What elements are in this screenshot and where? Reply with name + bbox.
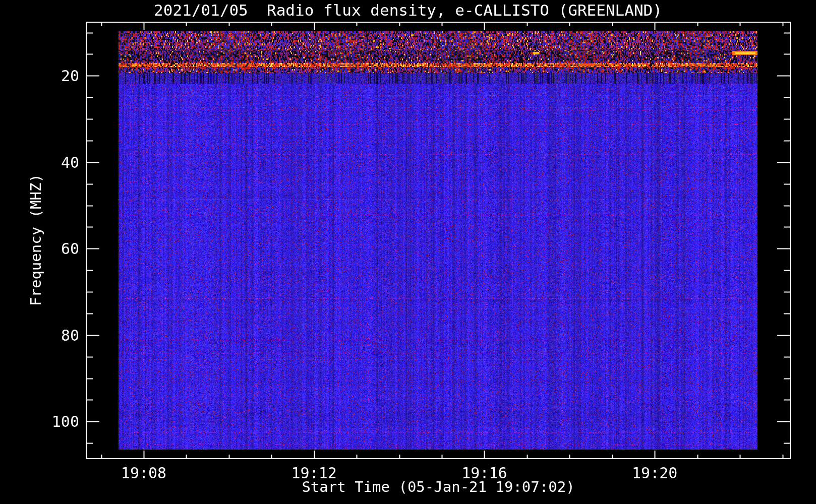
y-tick-label: 40 [0, 153, 79, 171]
x-tick-label: 19:08 [121, 464, 166, 482]
spectrogram-canvas [0, 0, 816, 504]
y-tick-label: 60 [0, 240, 79, 258]
x-tick-label: 19:12 [292, 464, 337, 482]
x-tick-label: 19:16 [461, 464, 507, 482]
spectrogram-figure: 2021/01/05 Radio flux density, e-CALLIST… [0, 0, 816, 504]
chart-title: 2021/01/05 Radio flux density, e-CALLIST… [0, 1, 816, 19]
y-tick-label: 20 [0, 67, 79, 85]
y-tick-label: 100 [0, 413, 79, 430]
x-tick-label: 19:20 [632, 464, 677, 482]
y-tick-label: 80 [0, 326, 79, 344]
